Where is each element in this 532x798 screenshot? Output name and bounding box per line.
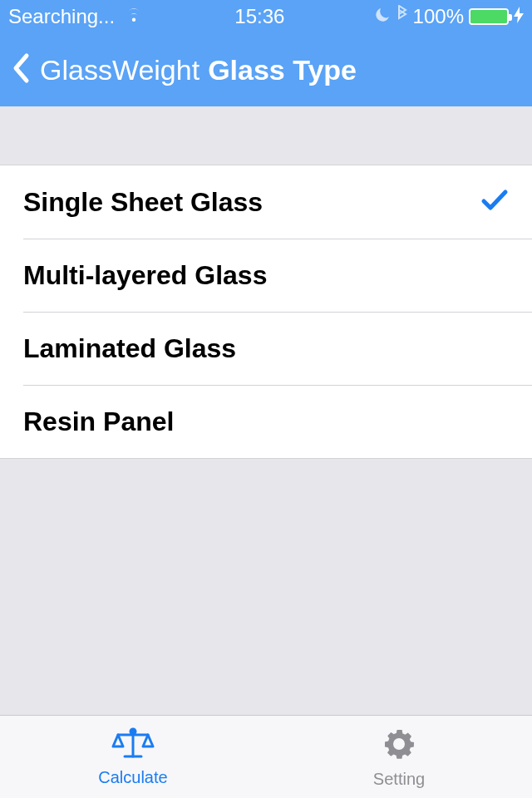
scale-icon [110, 727, 156, 765]
status-right: 100% [375, 5, 524, 28]
page-title: Glass Type [208, 54, 357, 86]
tab-calculate[interactable]: Calculate [0, 716, 266, 798]
moon-icon [375, 5, 392, 28]
option-label: Multi-layered Glass [23, 260, 509, 291]
chevron-left-icon [12, 52, 30, 87]
wifi-icon [123, 5, 145, 28]
top-spacer [0, 106, 532, 165]
status-bar: Searching... 15:36 100% [0, 0, 532, 33]
option-label: Single Sheet Glass [23, 187, 480, 218]
battery-icon [469, 8, 509, 25]
glass-type-list: Single Sheet Glass Multi-layered Glass L… [0, 165, 532, 459]
option-multi-layered[interactable]: Multi-layered Glass [0, 239, 532, 312]
status-time: 15:36 [145, 5, 375, 28]
charging-icon [514, 5, 524, 28]
svg-point-0 [131, 729, 135, 734]
checkmark-icon [480, 189, 509, 215]
option-resin-panel[interactable]: Resin Panel [0, 385, 532, 458]
option-label: Resin Panel [23, 406, 509, 437]
carrier-text: Searching... [8, 5, 115, 28]
tab-label: Setting [373, 770, 425, 789]
bluetooth-icon [397, 5, 408, 28]
gear-icon [380, 725, 418, 766]
option-label: Laminated Glass [23, 333, 509, 364]
tab-bar: Calculate Setting [0, 715, 532, 798]
battery-percent: 100% [413, 5, 464, 28]
tab-setting[interactable]: Setting [266, 716, 532, 798]
option-laminated[interactable]: Laminated Glass [0, 312, 532, 385]
option-single-sheet[interactable]: Single Sheet Glass [0, 165, 532, 239]
nav-bar: GlassWeight Glass Type [0, 33, 532, 106]
back-button[interactable]: GlassWeight [12, 52, 200, 87]
tab-label: Calculate [98, 768, 167, 787]
status-left: Searching... [8, 5, 145, 28]
back-label: GlassWeight [40, 54, 200, 86]
